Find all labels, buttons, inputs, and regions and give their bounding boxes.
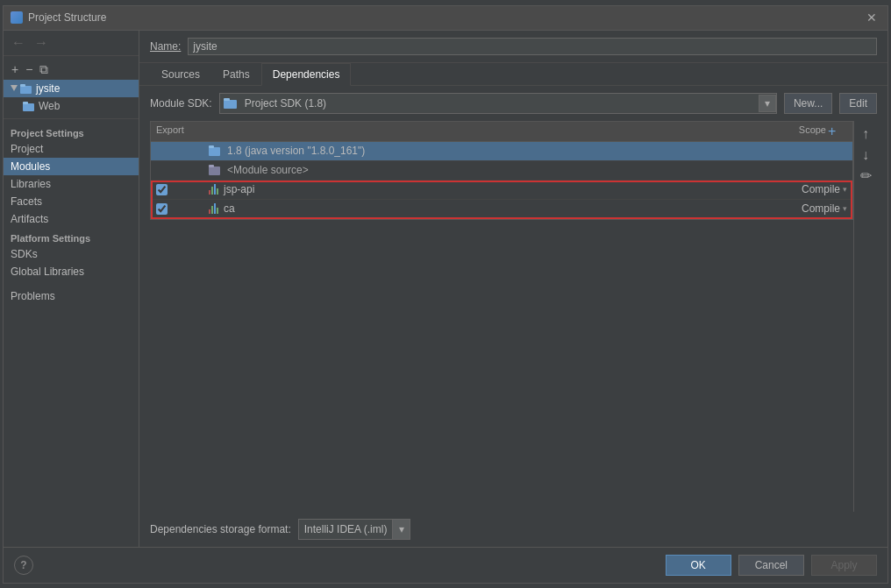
name-row: Name: (139, 31, 887, 63)
dep-jdk-name: 1.8 (java version "1.8.0_161") (209, 145, 759, 157)
svg-rect-7 (209, 145, 214, 148)
settings-tree: Project Settings Project Modules Librari… (4, 119, 139, 547)
back-button[interactable]: ← (9, 34, 28, 52)
module-folder-icon (20, 83, 32, 94)
dep-jsp-api-checkbox-cell[interactable] (156, 184, 209, 195)
sdks-label: SDKs (11, 248, 38, 260)
tree-item-jysite[interactable]: jysite (4, 80, 139, 97)
dep-ca-scope: Compile ▾ (759, 202, 847, 215)
tab-paths-label: Paths (223, 68, 250, 81)
dep-row-module-source[interactable]: <Module source> (151, 161, 852, 181)
sdk-dropdown-button[interactable]: ▾ (759, 95, 776, 112)
dep-module-source-label: <Module source> (227, 164, 309, 176)
tree-root-label: jysite (36, 82, 60, 95)
dep-ca-scope-value: Compile (802, 202, 840, 215)
dep-row-ca[interactable]: ca Compile ▾ (151, 200, 852, 219)
dep-ca-checkbox-cell[interactable] (156, 203, 209, 215)
tab-dependencies[interactable]: Dependencies (261, 63, 352, 86)
sidebar-item-artifacts[interactable]: Artifacts (4, 210, 139, 228)
dep-ca-checkbox[interactable] (156, 203, 168, 215)
sdk-folder-icon (224, 97, 238, 110)
svg-rect-1 (20, 84, 25, 87)
name-input[interactable] (188, 38, 877, 55)
storage-dropdown-button[interactable]: ▾ (392, 520, 410, 539)
left-panel: ← → + − ⧉ jysite (4, 31, 139, 547)
copy-module-button[interactable]: ⧉ (37, 61, 51, 78)
move-up-button[interactable]: ↑ (856, 124, 875, 144)
tab-sources[interactable]: Sources (150, 63, 211, 86)
tab-sources-label: Sources (161, 68, 200, 81)
tabs-bar: Sources Paths Dependencies (139, 63, 887, 86)
right-panel: Name: Sources Paths Dependencies Mo (139, 31, 887, 547)
dep-jsp-api-name: jsp-api (209, 183, 759, 195)
edit-dep-button[interactable]: ✏ (856, 166, 875, 186)
svg-rect-3 (23, 102, 28, 104)
dep-ca-scope-arrow[interactable]: ▾ (843, 204, 847, 213)
dep-module-source-name: <Module source> (209, 164, 759, 176)
storage-value: IntelliJ IDEA (.iml) (299, 521, 393, 537)
ok-button[interactable]: OK (666, 555, 731, 576)
svg-rect-5 (224, 98, 230, 101)
deps-area: Export Scope + (150, 121, 877, 512)
dep-ca-name: ca (209, 202, 759, 215)
svg-rect-4 (224, 100, 237, 109)
tab-paths[interactable]: Paths (211, 63, 261, 86)
project-settings-header: Project Settings (4, 123, 139, 140)
svg-rect-0 (20, 86, 32, 94)
storage-format-row: Dependencies storage format: IntelliJ ID… (150, 519, 877, 540)
web-folder-icon (23, 101, 35, 111)
sidebar-item-sdks[interactable]: SDKs (4, 245, 139, 263)
sdk-edit-button[interactable]: Edit (839, 93, 877, 114)
sidebar-item-modules[interactable]: Modules (4, 158, 139, 175)
deps-table-header: Export Scope + (151, 122, 852, 142)
add-module-button[interactable]: + (9, 61, 21, 77)
dep-row-jsp-api[interactable]: jsp-api Compile ▾ (151, 181, 852, 200)
dep-jsp-api-checkbox[interactable] (156, 184, 168, 195)
svg-rect-9 (209, 165, 214, 167)
sidebar-item-project[interactable]: Project (4, 140, 139, 158)
sidebar-item-libraries[interactable]: Libraries (4, 175, 139, 193)
dep-ca-label: ca (224, 202, 235, 215)
bottom-bar: ? OK Cancel Apply (4, 547, 887, 583)
help-button[interactable]: ? (14, 556, 33, 575)
dep-row-jdk[interactable]: 1.8 (java version "1.8.0_161") (151, 142, 852, 161)
dep-jsp-api-scope-arrow[interactable]: ▾ (843, 185, 847, 194)
storage-select[interactable]: IntelliJ IDEA (.iml) ▾ (298, 519, 411, 540)
close-button[interactable]: ✕ (863, 9, 880, 26)
deps-table: Export Scope + (150, 121, 853, 220)
dialog-body: ← → + − ⧉ jysite (4, 31, 887, 547)
app-icon (11, 11, 23, 24)
sidebar-item-global-libraries[interactable]: Global Libraries (4, 263, 139, 280)
dep-jdk-label: 1.8 (java version "1.8.0_161") (227, 145, 365, 157)
cancel-button[interactable]: Cancel (738, 555, 804, 576)
sidebar-item-problems[interactable]: Problems (4, 287, 139, 305)
modules-label: Modules (11, 160, 50, 173)
project-label: Project (11, 143, 43, 155)
tree-item-web[interactable]: Web (4, 97, 139, 115)
sdk-new-button[interactable]: New... (784, 93, 832, 114)
sdk-row: Module SDK: Project SDK (1.8) ▾ New... E… (150, 93, 877, 114)
col-name-header (209, 124, 738, 138)
highlighted-rows: jsp-api Compile ▾ (151, 181, 852, 219)
remove-module-button[interactable]: − (23, 61, 35, 77)
dialog-title: Project Structure (28, 11, 863, 24)
facets-label: Facets (11, 195, 42, 208)
sdk-value: Project SDK (1.8) (241, 96, 759, 111)
left-toolbar: ← → (4, 31, 139, 56)
sidebar-item-facets[interactable]: Facets (4, 193, 139, 210)
forward-button[interactable]: → (32, 34, 51, 52)
dep-jsp-api-label: jsp-api (224, 183, 254, 195)
apply-button[interactable]: Apply (811, 555, 877, 576)
move-down-button[interactable]: ↓ (856, 145, 875, 165)
name-label: Name: (150, 40, 181, 53)
platform-settings-header: Platform Settings (4, 228, 139, 245)
svg-rect-2 (23, 103, 34, 111)
library-icon-jsp-api (209, 184, 218, 195)
artifacts-label: Artifacts (11, 213, 48, 225)
libraries-label: Libraries (11, 178, 51, 190)
global-libraries-label: Global Libraries (11, 266, 84, 278)
add-dependency-button[interactable]: + (826, 124, 838, 138)
col-scope-header: Scope (738, 124, 826, 138)
svg-rect-6 (209, 147, 220, 156)
tree-child-label: Web (39, 100, 60, 112)
